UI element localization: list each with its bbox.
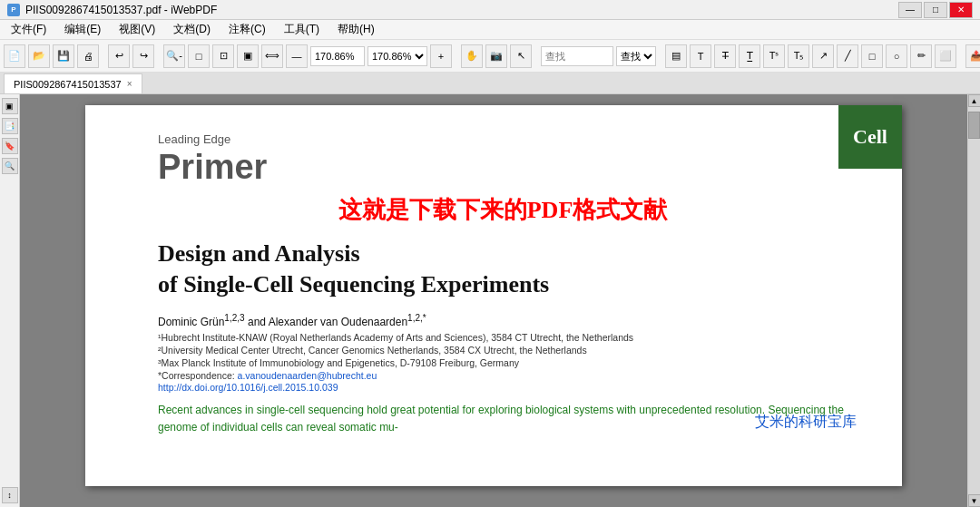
menu-edit[interactable]: 编辑(E) [57, 20, 108, 39]
tab-label: PIIS0092867415013537 [14, 79, 122, 90]
correspondence-line: *Correspondence: a.vanoudenaarden@hubrec… [158, 370, 848, 381]
author2-sup: 1,2,* [407, 313, 426, 323]
minimize-button[interactable]: — [898, 2, 922, 18]
scroll-down-button[interactable]: ▼ [968, 494, 981, 507]
correspondence-label: *Correspondence: [158, 370, 238, 381]
affiliation-3: ³Max Planck Institute of Immunobiology a… [158, 357, 848, 368]
app-icon: P [7, 4, 20, 16]
menu-bar: 文件(F) 编辑(E) 视图(V) 文档(D) 注释(C) 工具(T) 帮助(H… [0, 20, 980, 40]
arrow-tool[interactable]: ↗ [812, 44, 834, 68]
zoom-mode-button[interactable]: □ [188, 44, 210, 68]
new-button[interactable]: 📄 [4, 44, 25, 68]
select-tool[interactable]: ↖ [510, 44, 532, 68]
subscript-tool[interactable]: T₅ [788, 44, 809, 68]
zoom-minus[interactable]: — [286, 44, 308, 68]
author1-sup: 1,2,3 [224, 313, 244, 323]
menu-tools[interactable]: 工具(T) [277, 20, 327, 39]
main-area: ▣ 📑 🔖 🔍 ↕ Cell Leading Edge Primer 这就是下载… [0, 94, 980, 507]
window-controls: — □ ✕ [898, 2, 973, 18]
sidebar-btn-4[interactable]: 🔍 [2, 158, 18, 174]
watermark: 艾米的科研宝库 [755, 413, 857, 432]
zoom-out-button[interactable]: 🔍- [163, 44, 185, 68]
doi-link[interactable]: http://dx.doi.org/10.1016/j.cell.2015.10… [158, 382, 848, 393]
paper-title: Design and Analysis of Single-Cell Seque… [158, 239, 848, 300]
tab-bar: PIIS0092867415013537 × [0, 73, 980, 94]
abstract-text: Recent advances in single-cell sequencin… [158, 402, 848, 436]
sidebar-btn-3[interactable]: 🔖 [2, 138, 18, 154]
underline-tool[interactable]: T̲ [739, 44, 760, 68]
scroll-up-button[interactable]: ▲ [968, 94, 981, 107]
camera-tool[interactable]: 📷 [485, 44, 507, 68]
close-button[interactable]: ✕ [949, 2, 973, 18]
correspondence-email[interactable]: a.vanoudenaarden@hubrecht.eu [238, 370, 377, 381]
print-button[interactable]: 🖨 [77, 44, 99, 68]
zoom-input[interactable] [310, 46, 365, 66]
export-button[interactable]: 📤 [965, 44, 980, 68]
rect-tool[interactable]: □ [861, 44, 883, 68]
window-title: PIIS0092867415013537.pdf - iWebPDF [25, 4, 217, 16]
strikethrough-tool[interactable]: T̶ [714, 44, 736, 68]
authors-line: Dominic Grün1,2,3 and Alexander van Oude… [158, 313, 848, 328]
eraser-tool[interactable]: ⬜ [935, 44, 956, 68]
primer-label: Primer [158, 148, 848, 187]
menu-document[interactable]: 文档(D) [166, 20, 218, 39]
redo-button[interactable]: ↪ [132, 44, 154, 68]
highlight-tool[interactable]: ▤ [665, 44, 687, 68]
zoom-plus[interactable]: + [430, 44, 452, 68]
superscript-tool[interactable]: Tˢ [763, 44, 785, 68]
authors-and: and Alexander van Oudenaarden [248, 316, 407, 328]
hand-tool[interactable]: ✋ [461, 44, 483, 68]
pdf-page: Cell Leading Edge Primer 这就是下载下来的PDF格式文献… [85, 105, 902, 486]
menu-annotate[interactable]: 注释(C) [221, 20, 273, 39]
sidebar-btn-2[interactable]: 📑 [2, 118, 18, 134]
annotation-text: 这就是下载下来的PDF格式文献 [158, 194, 848, 226]
comment-tool[interactable]: T [690, 44, 711, 68]
menu-file[interactable]: 文件(F) [4, 20, 54, 39]
undo-button[interactable]: ↩ [108, 44, 130, 68]
zoom-fit-button[interactable]: ⊡ [212, 44, 234, 68]
cell-badge: Cell [838, 105, 902, 169]
title-bar: P PIIS0092867415013537.pdf - iWebPDF — □… [0, 0, 980, 20]
line-tool[interactable]: ╱ [837, 44, 858, 68]
scroll-track[interactable] [968, 107, 980, 494]
affiliation-2: ²University Medical Center Utrecht, Canc… [158, 345, 848, 356]
affiliation-1: ¹Hubrecht Institute-KNAW (Royal Netherla… [158, 332, 848, 343]
tab-close-button[interactable]: × [127, 79, 132, 89]
zoom-width-button[interactable]: ⟺ [261, 44, 283, 68]
search-select[interactable]: 查找 [616, 46, 656, 66]
menu-help[interactable]: 帮助(H) [330, 20, 382, 39]
zoom-select[interactable]: 170.86% 100% 150% 200% [368, 46, 427, 66]
pencil-tool[interactable]: ✏ [910, 44, 932, 68]
pdf-viewer: Cell Leading Edge Primer 这就是下载下来的PDF格式文献… [20, 94, 967, 507]
open-button[interactable]: 📂 [28, 44, 50, 68]
save-button[interactable]: 💾 [53, 44, 74, 68]
sidebar-btn-5[interactable]: ↕ [2, 487, 18, 503]
document-tab[interactable]: PIIS0092867415013537 × [4, 73, 142, 93]
sidebar-btn-1[interactable]: ▣ [2, 98, 18, 114]
menu-view[interactable]: 视图(V) [112, 20, 162, 39]
circle-tool[interactable]: ○ [886, 44, 907, 68]
maximize-button[interactable]: □ [924, 2, 947, 18]
scroll-thumb[interactable] [968, 112, 980, 139]
search-input[interactable] [541, 46, 613, 66]
left-sidebar: ▣ 📑 🔖 🔍 ↕ [0, 94, 20, 507]
leading-edge-label: Leading Edge [158, 132, 848, 146]
author1-name: Dominic Grün [158, 316, 224, 328]
scrollbar-right: ▲ ▼ [967, 94, 980, 507]
toolbar: 📄 📂 💾 🖨 ↩ ↪ 🔍- □ ⊡ ▣ ⟺ — 170.86% 100% 15… [0, 40, 980, 73]
zoom-page-button[interactable]: ▣ [237, 44, 259, 68]
